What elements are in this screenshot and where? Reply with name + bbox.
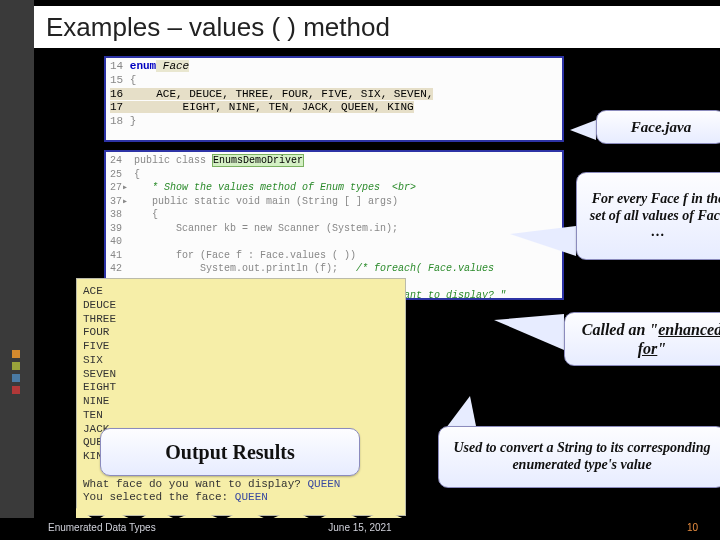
accent-sidebar [0, 0, 34, 540]
kw-enum: enum [130, 60, 156, 72]
code-line: 18 } [110, 115, 136, 127]
code-line: 15 { [110, 74, 136, 86]
output-result: You selected the face: [83, 491, 235, 503]
code-line: 38 { [110, 209, 158, 220]
slide-title: Examples – values ( ) method [34, 6, 720, 48]
code-line: 27▸ [110, 182, 152, 193]
dot-orange [12, 350, 20, 358]
footer-date: June 15, 2021 [0, 522, 720, 533]
output-result-val: QUEEN [235, 491, 268, 503]
callout-tail [570, 120, 596, 140]
code-line: 37▸ public static void main (String [ ] … [110, 196, 398, 207]
callout-text-suffix: " [657, 340, 666, 357]
callout-text: For every Face f in the set of all value… [587, 191, 720, 241]
callout-tail [510, 226, 576, 256]
comment: /* foreach( Face.values [356, 263, 494, 274]
callout-for-every: For every Face f in the set of all value… [576, 172, 720, 260]
footer-page-num: 10 [687, 522, 698, 533]
code-block-face-enum: 14 enum Face 15 { 16 ACE, DEUCE, THREE, … [104, 56, 564, 142]
dot-blue [12, 374, 20, 382]
dot-olive [12, 362, 20, 370]
callout-output-results: Output Results [100, 428, 360, 476]
slide-footer: Enumerated Data Types June 15, 2021 10 [0, 518, 720, 540]
code-line: 39 Scanner kb = new Scanner (System.in); [110, 223, 398, 234]
sidebar-dot-stack [12, 350, 20, 394]
dot-red [12, 386, 20, 394]
comment: want to display? " [398, 290, 506, 300]
class-name: EnumsDemoDriver [212, 154, 304, 167]
code-line: 41 for (Face f : Face.values ( )) [110, 250, 356, 261]
code-line: 16 ACE, DEUCE, THREE, FOUR, FIVE, SIX, S… [110, 88, 433, 100]
slide-root: Examples – values ( ) method 14 enum Fac… [0, 0, 720, 540]
code-line: 25 { [110, 169, 140, 180]
callout-face-java: Face.java [596, 110, 720, 144]
callout-text-prefix: Called an " [582, 321, 658, 338]
slide-title-text: Examples – values ( ) method [46, 12, 390, 43]
code-line: 24 public class [110, 155, 212, 166]
output-panel: ACE DEUCE THREE FOUR FIVE SIX SEVEN EIGH… [76, 278, 406, 516]
callout-text: Face.java [631, 118, 691, 136]
line-num: 14 [110, 60, 130, 72]
callout-text: Output Results [165, 440, 294, 464]
output-input: QUEEN [307, 478, 340, 490]
type-face: Face [156, 60, 189, 72]
callout-enhanced-for: Called an "enhanced for" [564, 312, 720, 366]
code-line: 17 EIGHT, NINE, TEN, JACK, QUEEN, KING [110, 101, 414, 113]
comment: * Show the values method of Enum types <… [152, 182, 416, 193]
code-line: 42 System.out.println (f); [110, 263, 356, 274]
output-prompt: What face do you want to display? [83, 478, 307, 490]
callout-text: Used to convert a String to its correspo… [449, 440, 715, 474]
callout-valueof: Used to convert a String to its correspo… [438, 426, 720, 488]
content-area: 14 enum Face 15 { 16 ACE, DEUCE, THREE, … [38, 50, 710, 510]
code-line: 40 [110, 236, 122, 247]
callout-tail [494, 314, 564, 350]
